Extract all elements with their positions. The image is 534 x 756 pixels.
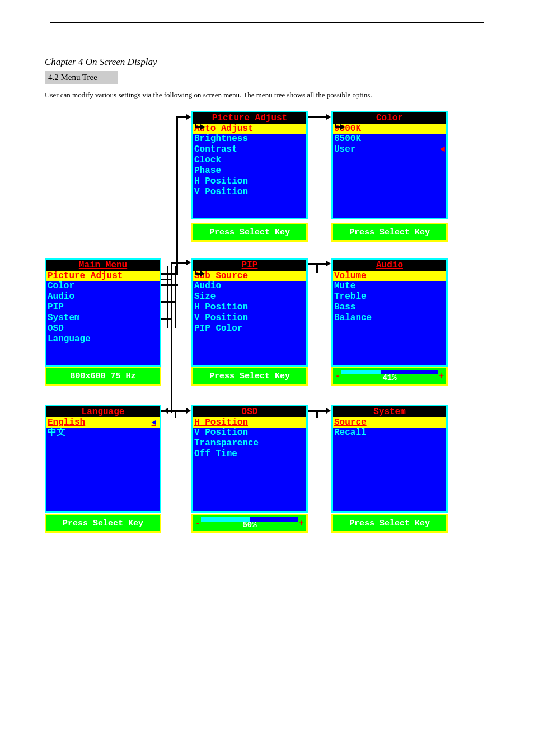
status-main: 800x600 75 Hz xyxy=(45,367,161,386)
panel-pip: PIP Sub Source Audio Size H Position V P… xyxy=(191,258,308,367)
arrow-right-icon xyxy=(186,260,191,265)
menu-item[interactable]: Transparence xyxy=(194,438,305,449)
panel-title: OSD xyxy=(193,406,306,417)
status-system: Press Select Key xyxy=(331,514,448,533)
plus-icon: + xyxy=(439,372,444,381)
header-rule xyxy=(50,22,484,23)
status-pip: Press Select Key xyxy=(191,367,308,386)
menu-item[interactable]: Phase xyxy=(194,166,305,176)
menu-item[interactable]: Audio xyxy=(48,292,158,302)
menu-item[interactable]: Size xyxy=(194,292,305,302)
panel-audio: Audio Volume Mute Treble Bass Balance xyxy=(331,258,448,367)
selected-item[interactable]: 9300K xyxy=(333,124,446,134)
panel-color: Color 9300K 6500K User ◄ xyxy=(331,111,448,219)
menu-item[interactable]: V Position xyxy=(194,313,305,323)
section-title: 4.2 Menu Tree xyxy=(45,71,118,84)
arrow-right-icon xyxy=(326,114,331,120)
chapter-title: Chapter 4 On Screen Display xyxy=(45,57,489,68)
connector xyxy=(335,116,336,126)
menu-item[interactable]: 6500K xyxy=(334,134,445,144)
plus-icon: + xyxy=(299,519,304,528)
connector xyxy=(176,116,188,118)
connector xyxy=(176,116,178,275)
panel-title: Language xyxy=(46,406,160,417)
connector xyxy=(316,410,318,418)
minus-icon: - xyxy=(335,372,340,381)
menu-body: Brightness Contrast Clock Phase H Positi… xyxy=(193,134,306,218)
menu-body: Audio Size H Position V Position PIP Col… xyxy=(193,281,306,365)
panel-osd: OSD H Position V Position Transparence O… xyxy=(191,405,308,513)
panel-title: Color xyxy=(333,112,446,124)
selected-item[interactable]: English ◄ xyxy=(46,417,160,428)
panel-title: Audio xyxy=(333,260,446,271)
arrow-right-icon xyxy=(186,114,191,120)
menu-item[interactable]: PIP xyxy=(48,302,158,313)
menu-item[interactable]: V Position xyxy=(194,187,305,198)
arrow-right-icon xyxy=(200,124,205,130)
selected-item[interactable]: Sub Source xyxy=(193,271,306,281)
menu-item[interactable]: Balance xyxy=(334,313,445,323)
connector xyxy=(308,116,327,118)
slider-fill xyxy=(341,370,381,374)
menu-item[interactable]: H Position xyxy=(194,302,305,313)
connector xyxy=(316,263,318,273)
menu-item[interactable]: Recall xyxy=(334,428,445,438)
selected-item[interactable]: Picture Adjust xyxy=(46,271,160,281)
panel-title: Main Menu xyxy=(46,260,160,271)
status-language: Press Select Key xyxy=(45,514,161,533)
menu-item[interactable]: Mute xyxy=(334,281,445,292)
menu-item[interactable]: OSD xyxy=(48,323,158,334)
menu-item[interactable]: PIP Color xyxy=(194,323,305,334)
panel-title: System xyxy=(333,406,446,417)
menu-tree-diagram: Main Menu Picture Adjust Color Audio PIP… xyxy=(45,111,476,553)
slider-value: 41% xyxy=(382,374,396,381)
menu-body: 6500K User ◄ xyxy=(333,134,446,218)
intro-text: User can modify various settings via the… xyxy=(45,91,489,100)
selected-item[interactable]: H Position xyxy=(193,417,306,428)
panel-system: System Source Recall xyxy=(331,405,448,513)
menu-item[interactable]: V Position xyxy=(194,428,305,438)
menu-item[interactable]: System xyxy=(48,313,158,323)
selected-item[interactable]: Auto Adjust xyxy=(193,124,306,134)
arrow-right-icon xyxy=(326,408,331,414)
panel-language: Language English ◄ 中文 xyxy=(45,405,161,513)
menu-item[interactable]: Bass xyxy=(334,302,445,313)
arrow-right-icon xyxy=(200,271,205,276)
connector xyxy=(161,284,178,286)
panel-title: PIP xyxy=(193,260,306,271)
connector xyxy=(175,410,176,418)
menu-item[interactable]: User ◄ xyxy=(334,144,445,155)
arrow-right-icon xyxy=(326,261,331,266)
menu-item[interactable]: Language xyxy=(48,334,158,345)
connector xyxy=(195,263,196,273)
slider-value: 50% xyxy=(242,522,256,528)
menu-item[interactable]: Treble xyxy=(334,292,445,302)
status-picture: Press Select Key xyxy=(191,223,308,242)
selected-item[interactable]: Volume xyxy=(333,271,446,281)
arrow-left-icon xyxy=(163,408,168,414)
menu-item[interactable]: Contrast xyxy=(194,144,305,155)
connector xyxy=(161,318,171,320)
menu-item[interactable]: H Position xyxy=(194,176,305,187)
slider-osd[interactable]: - 50% + xyxy=(191,514,308,533)
menu-item[interactable]: Brightness xyxy=(194,134,305,144)
menu-item[interactable]: Audio xyxy=(194,281,305,292)
menu-item[interactable]: 中文 xyxy=(48,428,158,438)
menu-item[interactable]: Off Time xyxy=(194,449,305,459)
status-color: Press Select Key xyxy=(331,223,448,242)
arrow-right-icon xyxy=(340,124,345,130)
menu-body: Color Audio PIP System OSD Language xyxy=(46,281,160,365)
left-arrow-icon: ◄ xyxy=(152,417,160,428)
left-arrow-icon: ◄ xyxy=(439,144,445,155)
connector xyxy=(175,266,176,328)
menu-body: Recall xyxy=(333,428,446,511)
panel-title: Picture Adjust xyxy=(193,112,306,124)
menu-item[interactable]: Color xyxy=(48,281,158,292)
arrow-right-icon xyxy=(186,408,191,414)
slider-audio[interactable]: - 41% + xyxy=(331,367,448,386)
connector xyxy=(195,116,196,126)
selected-item[interactable]: Source xyxy=(333,417,446,428)
menu-item[interactable]: Clock xyxy=(194,155,305,166)
panel-main-menu: Main Menu Picture Adjust Color Audio PIP… xyxy=(45,258,161,367)
connector xyxy=(171,262,188,264)
